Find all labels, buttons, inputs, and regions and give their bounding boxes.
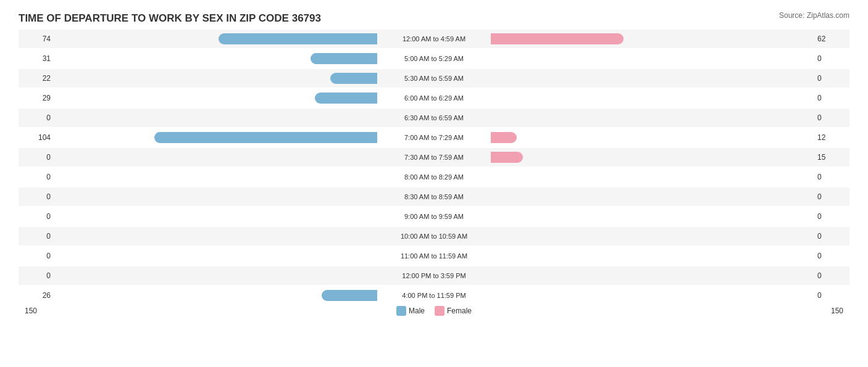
female-bar-wrap xyxy=(490,112,812,123)
male-value: 0 xyxy=(19,192,56,201)
time-range-label: 8:00 AM to 8:29 AM xyxy=(378,173,490,181)
time-range-label: 7:30 AM to 7:59 AM xyxy=(378,154,490,161)
male-bar-wrap xyxy=(56,53,378,64)
female-value: 0 xyxy=(812,271,849,280)
female-value: 0 xyxy=(812,291,849,300)
male-value: 0 xyxy=(19,212,56,221)
male-value: 0 xyxy=(19,271,56,280)
female-bar-wrap xyxy=(490,33,812,44)
male-bar-wrap xyxy=(56,211,378,222)
female-value: 0 xyxy=(812,173,849,181)
female-value: 0 xyxy=(812,94,849,102)
axis-right-label: 150 xyxy=(831,307,843,315)
male-bar-wrap xyxy=(56,93,378,104)
male-bar xyxy=(322,290,377,301)
female-value: 0 xyxy=(812,113,849,122)
female-bar-wrap xyxy=(490,93,812,104)
table-row: 07:30 AM to 7:59 AM15 xyxy=(19,148,849,167)
time-range-label: 5:00 AM to 5:29 AM xyxy=(378,55,490,62)
male-bar-wrap xyxy=(56,132,378,143)
legend: Male Female xyxy=(396,306,472,316)
table-row: 264:00 PM to 11:59 PM0 xyxy=(19,286,849,305)
chart-area: 7412:00 AM to 4:59 AM62315:00 AM to 5:29… xyxy=(19,30,849,301)
table-row: 012:00 PM to 3:59 PM0 xyxy=(19,266,849,285)
male-bar xyxy=(154,132,377,143)
female-value: 12 xyxy=(812,133,849,142)
female-bar-wrap xyxy=(490,132,812,143)
male-value: 29 xyxy=(19,94,56,102)
male-bar xyxy=(330,73,377,84)
male-bar-wrap xyxy=(56,171,378,183)
legend-female-label: Female xyxy=(447,307,472,315)
male-bar-wrap xyxy=(56,73,378,84)
female-bar-wrap xyxy=(490,171,812,183)
female-value: 0 xyxy=(812,252,849,260)
male-value: 0 xyxy=(19,113,56,122)
time-range-label: 6:30 AM to 6:59 AM xyxy=(378,114,490,122)
time-range-label: 5:30 AM to 5:59 AM xyxy=(378,75,490,82)
table-row: 225:30 AM to 5:59 AM0 xyxy=(19,69,849,88)
female-bar-wrap xyxy=(490,211,812,222)
legend-male-label: Male xyxy=(409,307,425,315)
legend-female: Female xyxy=(435,306,472,316)
female-bar xyxy=(491,33,624,44)
axis-left-label: 150 xyxy=(25,307,37,315)
female-bar-wrap xyxy=(490,152,812,163)
male-bar xyxy=(311,53,377,64)
male-value: 0 xyxy=(19,232,56,241)
time-range-label: 10:00 AM to 10:59 AM xyxy=(378,233,490,240)
male-bar xyxy=(315,93,377,104)
female-value: 0 xyxy=(812,74,849,83)
male-bar-wrap xyxy=(56,231,378,242)
time-range-label: 11:00 AM to 11:59 AM xyxy=(378,252,490,260)
male-value: 22 xyxy=(19,74,56,83)
female-value: 0 xyxy=(812,54,849,63)
female-bar-wrap xyxy=(490,250,812,262)
legend-male-box xyxy=(396,306,406,316)
female-bar-wrap xyxy=(490,191,812,202)
table-row: 296:00 AM to 6:29 AM0 xyxy=(19,89,849,107)
male-value: 26 xyxy=(19,291,56,300)
male-bar-wrap xyxy=(56,191,378,202)
table-row: 08:00 AM to 8:29 AM0 xyxy=(19,168,849,186)
table-row: 010:00 AM to 10:59 AM0 xyxy=(19,227,849,245)
time-range-label: 9:00 AM to 9:59 AM xyxy=(378,213,490,220)
male-value: 0 xyxy=(19,173,56,181)
table-row: 1047:00 AM to 7:29 AM12 xyxy=(19,128,849,147)
chart-footer: 150 Male Female 150 xyxy=(19,306,849,316)
time-range-label: 12:00 AM to 4:59 AM xyxy=(378,35,490,43)
table-row: 06:30 AM to 6:59 AM0 xyxy=(19,109,849,127)
table-row: 7412:00 AM to 4:59 AM62 xyxy=(19,30,849,48)
male-bar-wrap xyxy=(56,112,378,123)
chart-source: Source: ZipAtlas.com xyxy=(779,11,849,20)
male-value: 104 xyxy=(19,133,56,142)
male-value: 74 xyxy=(19,35,56,43)
female-bar-wrap xyxy=(490,231,812,242)
time-range-label: 12:00 PM to 3:59 PM xyxy=(378,272,490,279)
male-value: 0 xyxy=(19,252,56,260)
female-bar-wrap xyxy=(490,73,812,84)
female-value: 62 xyxy=(812,35,849,43)
table-row: 315:00 AM to 5:29 AM0 xyxy=(19,49,849,68)
table-row: 08:30 AM to 8:59 AM0 xyxy=(19,188,849,206)
male-bar-wrap xyxy=(56,152,378,163)
female-bar xyxy=(491,132,517,143)
table-row: 011:00 AM to 11:59 AM0 xyxy=(19,247,849,265)
male-bar xyxy=(219,33,377,44)
male-value: 31 xyxy=(19,54,56,63)
table-row: 09:00 AM to 9:59 AM0 xyxy=(19,207,849,226)
chart-container: TIME OF DEPARTURE TO WORK BY SEX IN ZIP … xyxy=(0,0,868,367)
female-value: 0 xyxy=(812,212,849,221)
female-value: 0 xyxy=(812,192,849,201)
legend-male: Male xyxy=(396,306,425,316)
time-range-label: 8:30 AM to 8:59 AM xyxy=(378,193,490,200)
female-value: 0 xyxy=(812,232,849,241)
male-bar-wrap xyxy=(56,270,378,281)
time-range-label: 7:00 AM to 7:29 AM xyxy=(378,134,490,141)
male-bar-wrap xyxy=(56,33,378,44)
male-bar-wrap xyxy=(56,290,378,301)
legend-female-box xyxy=(435,306,444,316)
time-range-label: 6:00 AM to 6:29 AM xyxy=(378,94,490,102)
female-bar-wrap xyxy=(490,290,812,301)
female-value: 15 xyxy=(812,153,849,162)
